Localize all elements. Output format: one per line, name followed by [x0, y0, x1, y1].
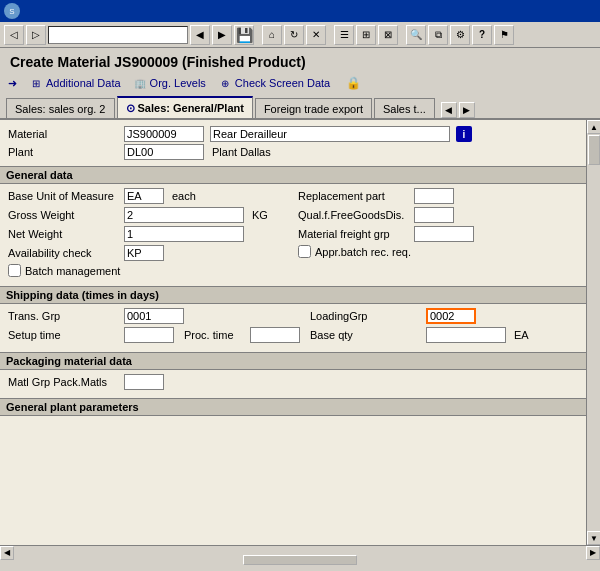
settings-btn[interactable]: ⚙ — [450, 25, 470, 45]
loading-grp-input[interactable] — [426, 308, 476, 324]
additional-data-link[interactable]: ⊞ Additional Data — [29, 76, 121, 90]
base-qty-input[interactable] — [426, 327, 506, 343]
scroll-track — [587, 134, 600, 531]
appr-batch-label: Appr.batch rec. req. — [315, 246, 411, 258]
sap-logo: S — [4, 3, 20, 19]
trans-grp-input[interactable] — [124, 308, 184, 324]
tab-sales-org2[interactable]: Sales: sales org. 2 — [6, 98, 115, 118]
gross-weight-input[interactable] — [124, 207, 244, 223]
loading-grp-label: LoadingGrp — [310, 310, 420, 322]
appr-batch-row: Appr.batch rec. req. — [298, 245, 578, 258]
page-title: Create Material JS900009 (Finished Produ… — [0, 48, 600, 74]
net-weight-label: Net Weight — [8, 228, 118, 240]
additional-data-label: Additional Data — [46, 77, 121, 89]
org-levels-icon: 🏢 — [133, 76, 147, 90]
plant-input[interactable] — [124, 144, 204, 160]
mat-freight-grp-label: Material freight grp — [298, 228, 408, 240]
content-wrapper: Material i Plant Plant Dallas General da… — [0, 120, 600, 559]
cust-btn[interactable]: ⚑ — [494, 25, 514, 45]
material-input[interactable] — [124, 126, 204, 142]
base-unit-row: Base Unit of Measure each — [8, 188, 288, 204]
qual-free-goods-input[interactable] — [414, 207, 454, 223]
general-data-fields: Base Unit of Measure each Gross Weight K… — [8, 188, 578, 280]
loading-grp-row: LoadingGrp — [310, 308, 578, 324]
gross-weight-unit: KG — [252, 209, 268, 221]
tab-sales-t[interactable]: Sales t... — [374, 98, 435, 118]
ext-btn[interactable]: ⧉ — [428, 25, 448, 45]
check-screen-label: Check Screen Data — [235, 77, 330, 89]
gross-weight-row: Gross Weight KG — [8, 207, 288, 223]
additional-data-icon: ⊞ — [29, 76, 43, 90]
batch-mgmt-checkbox[interactable] — [8, 264, 21, 277]
tab-foreign-trade[interactable]: Foreign trade export — [255, 98, 372, 118]
scroll-thumb[interactable] — [588, 135, 600, 165]
scrollable-area: Material i Plant Plant Dallas General da… — [0, 120, 600, 545]
proc-time-label: Proc. time — [184, 329, 244, 341]
mat-freight-grp-input[interactable] — [414, 226, 474, 242]
command-input[interactable] — [48, 26, 188, 44]
toolbar: ◁ ▷ ◀ ▶ 💾 ⌂ ↻ ✕ ☰ ⊞ ⊠ 🔍 ⧉ ⚙ ? ⚑ — [0, 22, 600, 48]
tab-scroll-left[interactable]: ◀ — [441, 102, 457, 118]
info-icon[interactable]: i — [456, 126, 472, 142]
matl-grp-pack-input[interactable] — [124, 374, 164, 390]
base-unit-label: Base Unit of Measure — [8, 190, 118, 202]
shortcut-btn[interactable]: ⌂ — [262, 25, 282, 45]
material-desc-input[interactable] — [210, 126, 450, 142]
title-bar: S — [0, 0, 600, 22]
right-scrollbar[interactable]: ▲ ▼ — [586, 120, 600, 545]
tabs-container: Sales: sales org. 2 ⊙ Sales: General/Pla… — [0, 92, 600, 120]
proc-time-input[interactable] — [250, 327, 300, 343]
material-label: Material — [8, 128, 118, 140]
availability-input[interactable] — [124, 245, 164, 261]
plant-label: Plant — [8, 146, 118, 158]
shipping-data-fields: Trans. Grp Setup time Proc. time Loading… — [8, 308, 578, 346]
hscroll-right-btn[interactable]: ▶ — [586, 546, 600, 560]
scroll-up-btn[interactable]: ▲ — [587, 120, 600, 134]
qual-free-goods-label: Qual.f.FreeGoodsDis. — [298, 209, 408, 221]
batch-mgmt-row: Batch management — [8, 264, 288, 277]
new-session-btn[interactable]: ⊞ — [356, 25, 376, 45]
hscroll-left-btn[interactable]: ◀ — [0, 546, 14, 560]
find-btn[interactable]: 🔍 — [406, 25, 426, 45]
matl-grp-pack-label: Matl Grp Pack.Matls — [8, 376, 118, 388]
check-screen-data-link[interactable]: ⊕ Check Screen Data — [218, 76, 330, 90]
tab-active-icon: ⊙ — [126, 102, 135, 115]
menu-btn[interactable]: ☰ — [334, 25, 354, 45]
availability-row: Availability check — [8, 245, 288, 261]
base-qty-label: Base qty — [310, 329, 420, 341]
tab-sales-general-plant[interactable]: ⊙ Sales: General/Plant — [117, 96, 253, 118]
save-btn[interactable]: 💾 — [234, 25, 254, 45]
replacement-part-input[interactable] — [414, 188, 454, 204]
nav-back-btn[interactable]: ◀ — [190, 25, 210, 45]
setup-time-input[interactable] — [124, 327, 174, 343]
material-row: Material i — [8, 126, 578, 142]
plant-row: Plant Plant Dallas — [8, 144, 578, 160]
plant-desc: Plant Dallas — [212, 146, 271, 158]
scroll-down-btn[interactable]: ▼ — [587, 531, 600, 545]
availability-label: Availability check — [8, 247, 118, 259]
setup-time-row: Setup time Proc. time — [8, 327, 300, 343]
net-weight-input[interactable] — [124, 226, 244, 242]
shipping-data-header: Shipping data (times in days) — [0, 286, 586, 304]
hscroll-thumb[interactable] — [243, 555, 357, 565]
org-levels-link[interactable]: 🏢 Org. Levels — [133, 76, 206, 90]
appr-batch-checkbox[interactable] — [298, 245, 311, 258]
back-btn[interactable]: ◁ — [4, 25, 24, 45]
check-screen-icon: ⊕ — [218, 76, 232, 90]
base-unit-input[interactable] — [124, 188, 164, 204]
nav-arrow-icon: ➜ — [8, 77, 17, 90]
stop-btn[interactable]: ✕ — [306, 25, 326, 45]
tab-scroll-right[interactable]: ▶ — [459, 102, 475, 118]
base-qty-unit: EA — [514, 329, 529, 341]
mat-freight-grp-row: Material freight grp — [298, 226, 578, 242]
setup-time-label: Setup time — [8, 329, 118, 341]
help-btn[interactable]: ? — [472, 25, 492, 45]
general-data-header: General data — [0, 166, 586, 184]
nav-fwd-btn[interactable]: ▶ — [212, 25, 232, 45]
trans-grp-label: Trans. Grp — [8, 310, 118, 322]
forward-btn[interactable]: ▷ — [26, 25, 46, 45]
net-weight-row: Net Weight — [8, 226, 288, 242]
end-session-btn[interactable]: ⊠ — [378, 25, 398, 45]
reload-btn[interactable]: ↻ — [284, 25, 304, 45]
action-bar: ➜ ⊞ Additional Data 🏢 Org. Levels ⊕ Chec… — [0, 74, 600, 92]
